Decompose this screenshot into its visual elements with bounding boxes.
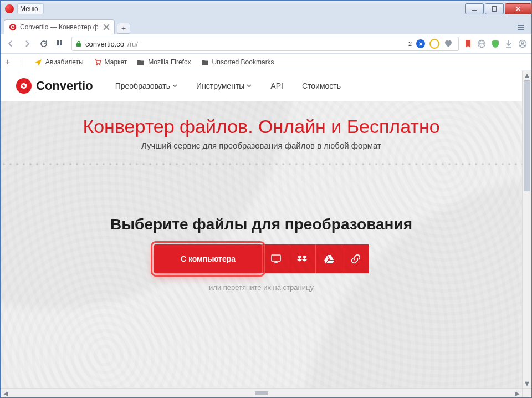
from-google-drive-button[interactable] xyxy=(315,244,342,273)
url-path: /ru/ xyxy=(127,40,138,48)
select-files-title: Выберите файлы для преобразования xyxy=(1,216,522,233)
globe-icon[interactable] xyxy=(477,39,486,48)
add-bookmark-button[interactable]: + xyxy=(5,57,10,67)
site-logo[interactable]: Convertio xyxy=(16,78,93,94)
divider-dotted xyxy=(1,162,522,166)
scroll-thumb[interactable] xyxy=(524,80,530,191)
convertio-logo-icon xyxy=(16,78,32,94)
tab-close-icon[interactable] xyxy=(103,24,110,30)
menu-button[interactable]: Меню xyxy=(17,3,44,14)
scroll-corner xyxy=(522,388,531,397)
tab-bar: Convertio — Конвертер ф + xyxy=(1,17,531,34)
svg-rect-13 xyxy=(60,43,62,45)
vertical-scrollbar[interactable]: ▴ ▾ xyxy=(522,70,531,388)
plane-icon xyxy=(34,58,42,66)
hero-section: Конвертер файлов. Онлайн и Бесплатно Луч… xyxy=(1,101,522,388)
nav-forward-button[interactable] xyxy=(22,38,33,49)
new-tab-button[interactable]: + xyxy=(117,23,130,34)
svg-rect-9 xyxy=(518,29,524,30)
window-minimize-button[interactable] xyxy=(465,3,484,14)
svg-rect-11 xyxy=(60,40,62,43)
svg-rect-7 xyxy=(518,25,524,26)
address-bar: convertio.co/ru/ 2 ✕ xyxy=(1,34,531,54)
profile-icon[interactable] xyxy=(518,39,527,48)
vpn-icon[interactable] xyxy=(429,39,439,49)
scroll-up-button[interactable]: ▴ xyxy=(523,70,531,80)
download-icon[interactable] xyxy=(505,39,513,48)
tab-active[interactable]: Convertio — Конвертер ф xyxy=(4,19,115,34)
bookmark-item[interactable]: Маркет xyxy=(94,58,127,66)
tabbar-settings-icon[interactable] xyxy=(515,22,527,34)
window-maximize-button[interactable] xyxy=(485,3,504,14)
scroll-left-button[interactable]: ◂ xyxy=(1,389,10,397)
opera-icon xyxy=(5,4,14,13)
hero-subtitle: Лучший сервис для преобразования файлов … xyxy=(1,141,522,150)
google-drive-icon xyxy=(324,253,335,264)
from-device-button[interactable] xyxy=(262,244,289,273)
hero-title: Конвертер файлов. Онлайн и Бесплатно xyxy=(1,116,522,137)
scroll-down-button[interactable]: ▾ xyxy=(523,379,531,388)
nav-reload-button[interactable] xyxy=(38,38,49,49)
svg-rect-14 xyxy=(76,43,81,47)
scroll-grip-icon xyxy=(255,390,268,396)
heart-icon[interactable] xyxy=(444,39,453,48)
folder-icon xyxy=(201,58,209,66)
bookmark-ribbon-icon[interactable] xyxy=(464,39,472,48)
tab-title: Convertio — Конвертер ф xyxy=(20,23,100,31)
nav-tools[interactable]: Инструменты xyxy=(196,81,252,90)
speed-dial-button[interactable] xyxy=(55,38,66,49)
svg-point-20 xyxy=(96,64,97,65)
blocker-icon[interactable]: ✕ xyxy=(416,39,425,48)
bookmark-label: Unsorted Bookmarks xyxy=(212,58,274,66)
svg-rect-12 xyxy=(57,43,59,45)
link-icon xyxy=(350,253,361,264)
nav-api[interactable]: API xyxy=(270,81,283,90)
dropbox-icon xyxy=(297,253,308,264)
url-input[interactable]: convertio.co/ru/ 2 ✕ xyxy=(71,37,459,51)
horizontal-scrollbar[interactable]: ◂ ▸ xyxy=(1,388,522,397)
page-content: Convertio Преобразовать Инструменты API xyxy=(1,70,522,388)
svg-point-19 xyxy=(521,42,524,44)
from-dropbox-button[interactable] xyxy=(289,244,315,273)
scroll-right-button[interactable]: ▸ xyxy=(513,389,522,397)
svg-rect-10 xyxy=(57,40,59,43)
url-host: convertio.co xyxy=(85,40,124,48)
nav-label: Инструменты xyxy=(196,81,244,90)
site-brand-text: Convertio xyxy=(36,79,93,93)
nav-back-button[interactable] xyxy=(5,38,16,49)
chevron-down-icon xyxy=(172,84,177,88)
window-titlebar: Меню xyxy=(1,1,531,17)
folder-icon xyxy=(137,58,145,66)
nav-label: Стоимость xyxy=(302,81,341,90)
lock-icon xyxy=(75,40,82,47)
convertio-favicon-icon xyxy=(9,23,17,31)
cart-icon xyxy=(94,58,101,66)
from-computer-button[interactable]: С компьютера xyxy=(154,244,262,273)
site-header: Convertio Преобразовать Инструменты API xyxy=(1,70,522,101)
window-close-button[interactable] xyxy=(505,3,531,14)
upload-buttons-row: С компьютера xyxy=(1,244,522,273)
svg-point-21 xyxy=(99,64,100,65)
shield-icon[interactable] xyxy=(492,39,499,48)
bookmark-item[interactable]: Unsorted Bookmarks xyxy=(201,58,274,66)
bookmark-label: Mozilla Firefox xyxy=(148,58,191,66)
nav-convert[interactable]: Преобразовать xyxy=(115,81,177,90)
svg-rect-8 xyxy=(518,27,524,28)
bookmark-item[interactable]: Авиабилеты xyxy=(34,58,84,66)
bookmark-label: Маркет xyxy=(105,58,127,66)
site-nav: Преобразовать Инструменты API Стоимость xyxy=(115,81,341,90)
extension-badge-count: 2 xyxy=(408,40,412,47)
chevron-down-icon xyxy=(247,84,252,88)
from-url-button[interactable] xyxy=(342,244,369,273)
bookmarks-bar: + │ Авиабилеты Маркет Mozilla Firefox Un… xyxy=(1,54,531,70)
monitor-icon xyxy=(270,253,282,264)
svg-rect-22 xyxy=(272,255,280,261)
svg-point-4 xyxy=(9,23,16,30)
nav-pricing[interactable]: Стоимость xyxy=(302,81,341,90)
nav-label: Преобразовать xyxy=(115,81,170,90)
drag-hint-text: или перетяните их на страницу xyxy=(1,283,522,292)
svg-rect-1 xyxy=(492,7,497,11)
bookmark-item[interactable]: Mozilla Firefox xyxy=(137,58,191,66)
bookmark-label: Авиабилеты xyxy=(45,58,84,66)
nav-label: API xyxy=(270,81,283,90)
